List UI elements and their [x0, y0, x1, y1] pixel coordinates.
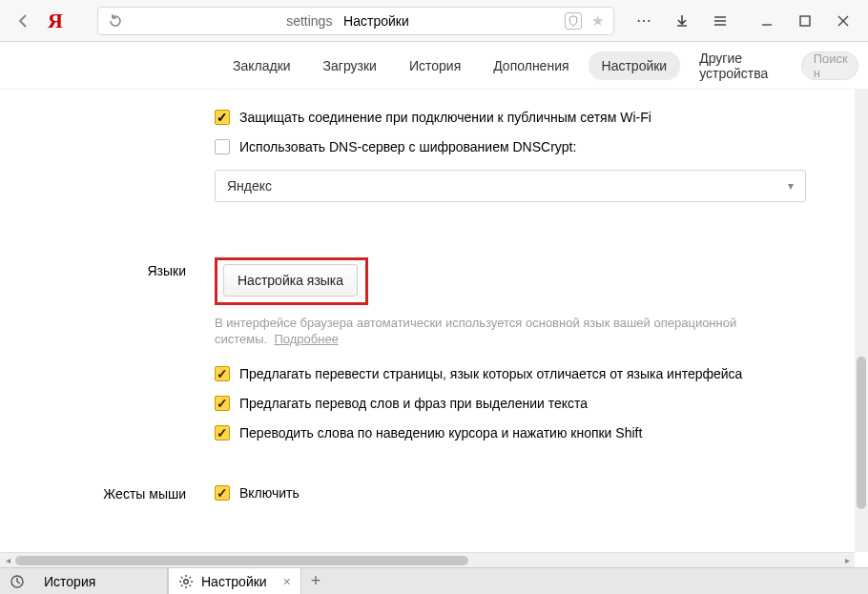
close-button[interactable]: [824, 7, 862, 35]
languages-helper-text: В интерфейсе браузера автоматически испо…: [215, 315, 777, 348]
label-protect-wifi: Защищать соединение при подключении к пу…: [239, 109, 651, 127]
section-mouse-label: Жесты мыши: [0, 484, 215, 502]
row-translate-words: Предлагать перевод слов и фраз при выдел…: [215, 389, 816, 419]
reload-icon[interactable]: [108, 13, 123, 29]
url-path: settings: [286, 13, 332, 29]
section-mouse-gestures: Жесты мыши Включить: [0, 458, 855, 502]
checkbox-mouse-enable[interactable]: [215, 485, 230, 501]
checkbox-translate-pages[interactable]: [215, 366, 230, 381]
new-tab-button[interactable]: +: [301, 568, 330, 594]
label-translate-pages: Предлагать перевести страницы, язык кото…: [239, 365, 742, 383]
vertical-scrollbar[interactable]: [855, 90, 868, 552]
title-bar: Я settings Настройки ★ ⋯: [0, 0, 868, 42]
label-translate-hover: Переводить слова по наведению курсора и …: [239, 424, 642, 442]
languages-learn-more-link[interactable]: Подробнее: [274, 332, 338, 346]
horizontal-scrollbar[interactable]: ◂ ▸: [0, 552, 855, 567]
row-translate-hover: Переводить слова по наведению курсора и …: [215, 419, 816, 448]
label-dnscrypt: Использовать DNS-сервер с шифрованием DN…: [239, 138, 576, 156]
bottom-tab-strip: История Настройки × +: [0, 567, 868, 594]
tab-downloads[interactable]: Загрузки: [310, 51, 390, 80]
section-languages-label: Языки: [0, 257, 215, 448]
dns-select-row: Яндекс ▾: [215, 170, 816, 202]
back-icon[interactable]: [13, 7, 34, 35]
window-back-group: Я: [13, 7, 67, 35]
address-text: settings Настройки: [131, 13, 565, 29]
bottom-tab-history-label: История: [44, 574, 95, 589]
bottom-tab-settings-label: Настройки: [201, 574, 267, 589]
label-translate-words: Предлагать перевод слов и фраз при выдел…: [239, 395, 588, 413]
row-dnscrypt: Использовать DNS-сервер с шифрованием DN…: [215, 133, 816, 162]
yandex-logo[interactable]: Я: [44, 10, 67, 31]
hscroll-thumb[interactable]: [15, 556, 468, 565]
bottom-tab-history[interactable]: История: [34, 568, 168, 594]
section-languages: Языки Настройка языка В интерфейсе брауз…: [0, 212, 855, 458]
url-title: Настройки: [343, 13, 409, 29]
checkbox-translate-words[interactable]: [215, 396, 230, 411]
settings-search-input[interactable]: Поиск н: [801, 51, 858, 80]
svg-rect-0: [800, 16, 810, 26]
protect-icon[interactable]: [565, 12, 582, 30]
tab-bookmarks[interactable]: Закладки: [219, 51, 304, 80]
tab-history[interactable]: История: [396, 51, 474, 80]
row-translate-pages: Предлагать перевести страницы, язык кото…: [215, 359, 816, 389]
tab-extensions[interactable]: Дополнения: [480, 51, 582, 80]
settings-nav-tabs: Закладки Загрузки История Дополнения Нас…: [0, 42, 868, 90]
vertical-scrollbar-thumb[interactable]: [857, 357, 866, 509]
gear-icon: [178, 574, 194, 589]
label-mouse-enable: Включить: [239, 484, 300, 502]
address-bar[interactable]: settings Настройки ★: [97, 7, 614, 35]
close-tab-icon[interactable]: ×: [283, 574, 291, 589]
address-trailing: ★: [565, 12, 604, 30]
chevron-down-icon: ▾: [788, 179, 794, 193]
minimize-button[interactable]: [748, 7, 786, 35]
checkbox-translate-hover[interactable]: [215, 425, 230, 440]
svg-point-2: [184, 579, 189, 584]
tab-settings[interactable]: Настройки: [589, 51, 681, 80]
dns-server-value: Яндекс: [227, 178, 272, 194]
language-settings-button[interactable]: Настройка языка: [223, 264, 358, 297]
menu-icon[interactable]: [702, 7, 738, 35]
dns-server-select[interactable]: Яндекс ▾: [215, 170, 806, 202]
hscroll-track[interactable]: [15, 553, 839, 568]
highlight-language-settings: Настройка языка: [215, 257, 368, 305]
tab-other-devices[interactable]: Другие устройства: [686, 44, 795, 88]
toolbar-buttons: ⋯: [626, 7, 738, 35]
window-controls: [748, 7, 862, 35]
row-mouse-enable: Включить: [215, 484, 816, 502]
checkbox-protect-wifi[interactable]: [215, 110, 230, 125]
hscroll-left-arrow[interactable]: ◂: [0, 553, 15, 568]
row-protect-wifi: Защищать соединение при подключении к пу…: [215, 103, 816, 133]
settings-search-placeholder: Поиск н: [814, 51, 848, 80]
maximize-button[interactable]: [786, 7, 824, 35]
checkbox-dnscrypt[interactable]: [215, 139, 230, 154]
section-network: Защищать соединение при подключении к пу…: [0, 90, 855, 212]
more-icon[interactable]: ⋯: [626, 7, 662, 35]
hscroll-right-arrow[interactable]: ▸: [839, 553, 855, 568]
history-clock-icon[interactable]: [0, 568, 34, 594]
settings-content: Защищать соединение при подключении к пу…: [0, 90, 855, 552]
section-network-label: [0, 103, 215, 202]
downloads-icon[interactable]: [664, 7, 700, 35]
bottom-tab-settings[interactable]: Настройки ×: [168, 567, 301, 594]
bookmark-star-icon[interactable]: ★: [591, 12, 604, 30]
